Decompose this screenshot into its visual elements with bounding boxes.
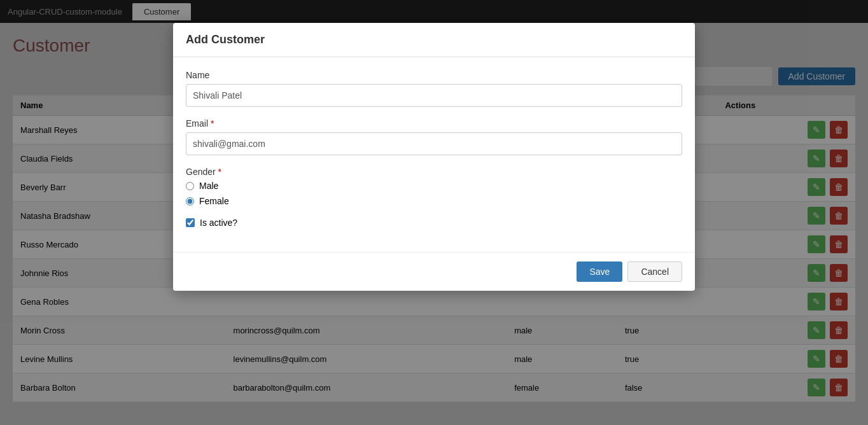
gender-female-radio[interactable] xyxy=(186,197,194,206)
is-active-form-group: Is active? xyxy=(186,218,682,228)
email-label: Email * xyxy=(186,118,682,129)
gender-male-label: Male xyxy=(199,181,218,191)
gender-radio-group: Male Female xyxy=(186,181,682,206)
gender-male-option[interactable]: Male xyxy=(186,181,682,191)
name-form-group: Name xyxy=(186,70,682,107)
modal-title: Add Customer xyxy=(173,23,695,57)
is-active-option[interactable]: Is active? xyxy=(186,218,682,228)
gender-male-radio[interactable] xyxy=(186,182,194,190)
email-form-group: Email * xyxy=(186,118,682,155)
gender-required-marker: * xyxy=(218,167,221,177)
email-input[interactable] xyxy=(186,132,682,155)
gender-label: Gender * xyxy=(186,167,682,177)
add-customer-modal: Add Customer Name Email * Gender * xyxy=(173,23,695,291)
cancel-button[interactable]: Cancel xyxy=(627,261,682,282)
name-label: Name xyxy=(186,70,682,80)
is-active-checkbox[interactable] xyxy=(186,218,195,227)
is-active-label: Is active? xyxy=(200,218,237,228)
gender-female-option[interactable]: Female xyxy=(186,196,682,206)
modal-body: Name Email * Gender * xyxy=(173,57,695,252)
save-button[interactable]: Save xyxy=(577,261,622,282)
name-input[interactable] xyxy=(186,84,682,107)
gender-form-group: Gender * Male Female xyxy=(186,167,682,206)
modal-footer: Save Cancel xyxy=(173,252,695,291)
gender-female-label: Female xyxy=(199,196,229,206)
modal-overlay: Add Customer Name Email * Gender * xyxy=(0,0,868,425)
email-required-marker: * xyxy=(211,118,214,129)
